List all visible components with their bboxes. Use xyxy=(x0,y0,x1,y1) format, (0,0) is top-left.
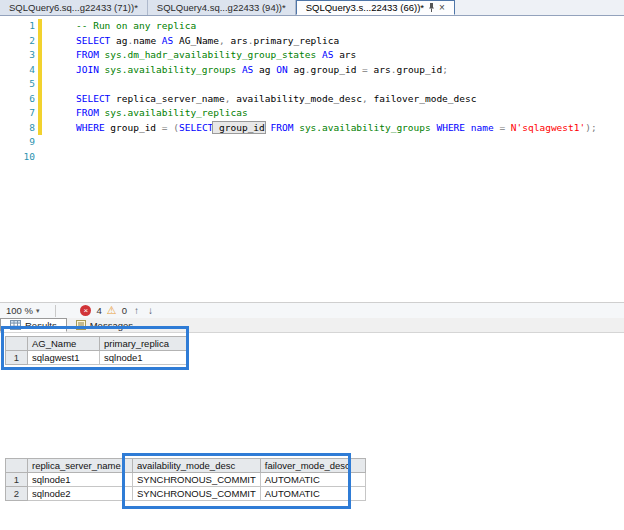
code-token: group_id xyxy=(213,122,264,133)
code-token: name xyxy=(465,122,494,133)
column-header[interactable]: failover_mode_desc xyxy=(260,459,365,473)
code-area[interactable]: -- Run on any replicaSELECT ag.name AS A… xyxy=(46,16,624,302)
error-icon[interactable]: × xyxy=(80,305,91,316)
code-token: JOIN xyxy=(76,64,99,75)
code-token: SELECT xyxy=(76,93,110,104)
code-token: sys.availability_groups xyxy=(99,64,236,75)
code-token: ; xyxy=(442,64,448,75)
code-token: ON xyxy=(271,64,288,75)
editor-tab-sqlquery6[interactable]: SQLQuery6.sq...g22433 (71))* xyxy=(0,0,148,15)
column-header[interactable]: primary_replica xyxy=(100,337,188,351)
messages-tab-label: Messages xyxy=(90,320,133,331)
code-line[interactable]: JOIN sys.availability_groups AS ag ON ag… xyxy=(76,63,624,78)
grid-header-row: replica_server_nameavailability_mode_des… xyxy=(6,459,366,473)
code-token: N'sqlagwest1' xyxy=(505,122,585,133)
line-number-gutter: 12345678910 xyxy=(0,16,38,302)
line-number: 7 xyxy=(0,106,35,121)
grid-row: 1sqlnode1SYNCHRONOUS_COMMITAUTOMATIC xyxy=(6,473,366,487)
code-token: ars xyxy=(368,64,391,75)
code-line[interactable]: FROM sys.dm_hadr_availability_group_stat… xyxy=(76,48,624,63)
code-token: AS xyxy=(236,64,253,75)
grid-row: 2sqlnode2SYNCHRONOUS_COMMITAUTOMATIC xyxy=(6,487,366,501)
grid-cell[interactable]: AUTOMATIC xyxy=(260,487,365,501)
code-token: sys.availability_replicas xyxy=(99,107,248,118)
error-count: 4 xyxy=(96,305,101,316)
line-number: 1 xyxy=(0,19,35,34)
code-token: FROM xyxy=(76,49,99,60)
line-number: 9 xyxy=(0,135,35,150)
line-number: 4 xyxy=(0,63,35,78)
editor-status-bar: 100 % ▾ × 4 ⚠ 0 ↑ ↓ xyxy=(0,302,624,318)
code-token: availability_mode_desc xyxy=(230,93,362,104)
replica-result-grid: replica_server_nameavailability_mode_des… xyxy=(5,458,366,501)
grid-cell[interactable]: SYNCHRONOUS_COMMIT xyxy=(133,487,261,501)
grid-row: 1sqlagwest1sqlnode1 xyxy=(6,351,188,365)
code-token: ); xyxy=(585,122,596,133)
code-line[interactable]: WHERE group_id = (SELECT group_id FROM s… xyxy=(76,121,624,136)
code-line[interactable] xyxy=(76,77,624,92)
row-header[interactable]: 2 xyxy=(6,487,28,501)
change-tracking-margin xyxy=(38,16,46,302)
change-mark xyxy=(38,19,46,34)
results-pane: AG_Nameprimary_replica1sqlagwest1sqlnode… xyxy=(0,333,624,530)
column-header[interactable]: availability_mode_desc xyxy=(133,459,261,473)
code-line[interactable]: FROM sys.availability_replicas xyxy=(76,106,624,121)
grid-header-row: AG_Nameprimary_replica xyxy=(6,337,188,351)
code-token: sys.availability_groups xyxy=(293,122,430,133)
code-token: group_id xyxy=(311,64,362,75)
grid-corner-cell[interactable] xyxy=(6,337,28,351)
warning-count: 0 xyxy=(122,305,127,316)
code-token: WHERE xyxy=(436,122,465,133)
code-token: FROM xyxy=(76,107,99,118)
change-mark xyxy=(38,63,46,78)
grid-cell[interactable]: AUTOMATIC xyxy=(260,473,365,487)
editor-tab-sqlquery4[interactable]: SQLQuery4.sq...g22433 (94))* xyxy=(148,0,296,15)
messages-icon xyxy=(76,320,86,330)
code-line[interactable] xyxy=(76,150,624,165)
code-token: replica_server_name xyxy=(110,93,224,104)
column-header[interactable]: replica_server_name xyxy=(28,459,133,473)
line-number: 8 xyxy=(0,121,35,136)
code-token: ars xyxy=(333,49,356,60)
statusbar-divider xyxy=(55,305,56,317)
code-line[interactable] xyxy=(76,135,624,150)
code-token: group_id xyxy=(396,64,442,75)
close-icon[interactable]: × xyxy=(439,3,445,13)
change-mark xyxy=(38,106,46,121)
tab-label: SQLQuery6.sq...g22433 (71))* xyxy=(9,2,138,13)
code-line[interactable]: -- Run on any replica xyxy=(76,19,624,34)
column-header[interactable]: AG_Name xyxy=(28,337,100,351)
zoom-control[interactable]: 100 % ▾ xyxy=(0,305,45,316)
error-warning-group: × 4 ⚠ 0 ↑ ↓ xyxy=(80,305,154,316)
tab-bar: SQLQuery6.sq...g22433 (71))* SQLQuery4.s… xyxy=(0,0,624,16)
row-header[interactable]: 1 xyxy=(6,351,28,365)
arrow-up-icon[interactable]: ↑ xyxy=(132,305,141,316)
line-number: 6 xyxy=(0,92,35,107)
row-header[interactable]: 1 xyxy=(6,473,28,487)
grid-corner-cell[interactable] xyxy=(6,459,28,473)
grid-cell[interactable]: sqlnode2 xyxy=(28,487,133,501)
code-token: ars xyxy=(225,35,248,46)
change-mark xyxy=(38,121,46,136)
grid-cell[interactable]: SYNCHRONOUS_COMMIT xyxy=(133,473,261,487)
code-token: FROM xyxy=(271,122,294,133)
code-token: AG_Name xyxy=(173,35,219,46)
tab-messages[interactable]: Messages xyxy=(67,318,142,332)
line-number: 3 xyxy=(0,48,35,63)
change-mark xyxy=(38,135,46,150)
grid-cell[interactable]: sqlnode1 xyxy=(100,351,188,365)
code-line[interactable]: SELECT ag.name AS AG_Name, ars.primary_r… xyxy=(76,34,624,49)
code-line[interactable]: SELECT replica_server_name, availability… xyxy=(76,92,624,107)
sql-editor[interactable]: 12345678910 -- Run on any replicaSELECT … xyxy=(0,16,624,302)
editor-tab-sqlquery3-active[interactable]: SQLQuery3.s...22433 (66))* × xyxy=(296,0,455,15)
warning-icon[interactable]: ⚠ xyxy=(107,305,117,316)
grid-cell[interactable]: sqlagwest1 xyxy=(28,351,100,365)
change-mark xyxy=(38,77,46,92)
code-token: group_id xyxy=(105,122,162,133)
pin-icon[interactable] xyxy=(428,3,435,12)
arrow-down-icon[interactable]: ↓ xyxy=(146,305,155,316)
grid-cell[interactable]: sqlnode1 xyxy=(28,473,133,487)
code-token: ag xyxy=(253,64,270,75)
results-tab-strip: Results Messages xyxy=(0,318,624,333)
tab-results[interactable]: Results xyxy=(0,318,67,332)
